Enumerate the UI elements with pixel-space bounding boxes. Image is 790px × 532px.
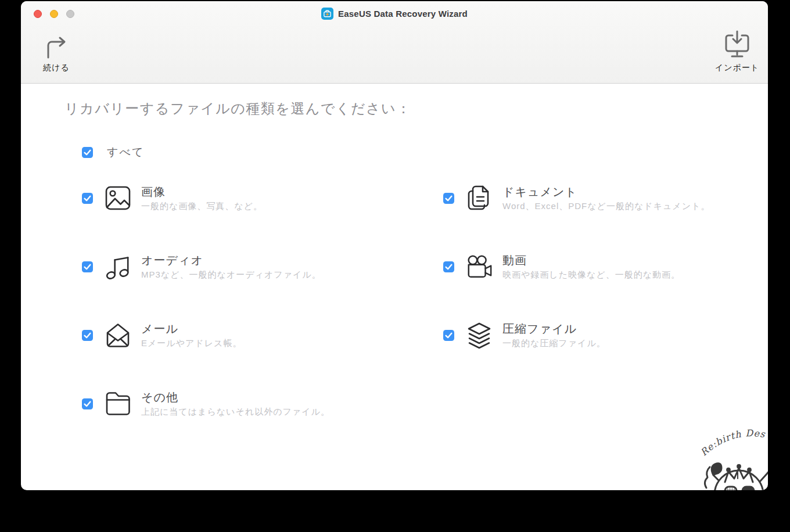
mail-icon bbox=[104, 321, 132, 349]
documents-checkbox[interactable] bbox=[443, 193, 454, 204]
file-type-item-email: メール Eメールやアドレス帳。 bbox=[82, 321, 443, 350]
images-checkbox[interactable] bbox=[82, 193, 93, 204]
import-label: インポート bbox=[715, 63, 759, 73]
file-type-item-others: その他 上記に当てはまらないそれ以外のファイル。 bbox=[82, 389, 443, 418]
item-desc: 一般的な画像、写真、など。 bbox=[141, 201, 263, 212]
file-type-grid: 画像 一般的な画像、写真、など。 ドキュメント bbox=[82, 184, 768, 418]
page-heading: リカバリーするファイルの種類を選んでください： bbox=[64, 99, 768, 118]
documents-icon bbox=[465, 184, 493, 212]
continue-button[interactable]: 続ける bbox=[38, 31, 74, 73]
item-title: ドキュメント bbox=[502, 185, 710, 199]
item-title: メール bbox=[141, 322, 242, 336]
app-window: EaseUS Data Recovery Wizard 続ける インポート bbox=[21, 1, 768, 490]
item-desc: 一般的な圧縮ファイル。 bbox=[502, 338, 606, 349]
import-button[interactable]: インポート bbox=[714, 31, 760, 73]
item-desc: 映画や録画した映像など、一般的な動画。 bbox=[502, 269, 680, 281]
item-title: オーディオ bbox=[141, 253, 321, 267]
archive-layers-icon bbox=[465, 321, 493, 349]
content-area: リカバリーするファイルの種類を選んでください： すべて bbox=[21, 84, 768, 490]
item-desc: Eメールやアドレス帳。 bbox=[141, 338, 242, 349]
import-icon bbox=[724, 31, 751, 59]
audio-checkbox[interactable] bbox=[82, 261, 93, 272]
item-title: その他 bbox=[141, 390, 330, 404]
select-all-label: すべて bbox=[107, 145, 144, 160]
item-title: 圧縮ファイル bbox=[502, 322, 606, 336]
select-all-checkbox[interactable] bbox=[82, 147, 93, 158]
item-desc: 上記に当てはまらないそれ以外のファイル。 bbox=[141, 407, 330, 418]
file-type-item-audio: オーディオ MP3など、一般的なオーディオファイル。 bbox=[82, 252, 443, 281]
audio-note-icon bbox=[104, 253, 132, 281]
file-type-item-video: 動画 映画や録画した映像など、一般的な動画。 bbox=[443, 252, 768, 281]
continue-label: 続ける bbox=[43, 63, 70, 73]
titlebar: EaseUS Data Recovery Wizard bbox=[21, 6, 768, 21]
folder-icon bbox=[104, 390, 132, 418]
image-icon bbox=[104, 184, 132, 212]
item-title: 画像 bbox=[141, 185, 263, 199]
app-icon bbox=[321, 8, 333, 20]
window-title: EaseUS Data Recovery Wizard bbox=[338, 9, 468, 19]
select-all-row: すべて bbox=[82, 145, 768, 160]
video-checkbox[interactable] bbox=[443, 261, 454, 272]
item-desc: MP3など、一般的なオーディオファイル。 bbox=[141, 269, 321, 281]
email-checkbox[interactable] bbox=[82, 330, 93, 341]
others-checkbox[interactable] bbox=[82, 398, 93, 409]
item-desc: Word、Excel、PDFなど一般的なドキュメント。 bbox=[502, 201, 710, 212]
video-camera-icon bbox=[465, 253, 493, 281]
archive-checkbox[interactable] bbox=[443, 330, 454, 341]
continue-arrow-icon bbox=[44, 31, 69, 59]
file-type-item-documents: ドキュメント Word、Excel、PDFなど一般的なドキュメント。 bbox=[443, 184, 768, 213]
file-type-item-archive: 圧縮ファイル 一般的な圧縮ファイル。 bbox=[443, 321, 768, 350]
item-title: 動画 bbox=[502, 253, 680, 267]
file-type-item-images: 画像 一般的な画像、写真、など。 bbox=[82, 184, 443, 213]
titlebar-toolbar: EaseUS Data Recovery Wizard 続ける インポート bbox=[21, 1, 768, 84]
